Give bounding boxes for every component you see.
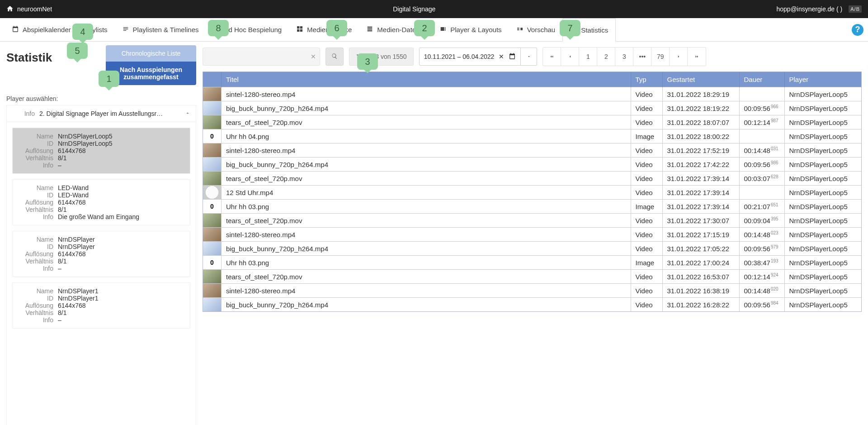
tab-label: Player & Layouts: [450, 26, 501, 33]
cell-duration: [739, 129, 784, 143]
pager-page[interactable]: 79: [651, 48, 670, 66]
cell-typ: Video: [631, 172, 662, 186]
tab-playlisten-timelines[interactable]: Playlisten & Timelines: [115, 18, 206, 42]
view-chronological-button[interactable]: Chronologische Liste: [106, 45, 196, 62]
tab-medien-bl-cke[interactable]: Medien-Blöcke: [289, 18, 359, 42]
cell-title: 12 Std Uhr.mp4: [222, 186, 631, 200]
date-range-dropdown[interactable]: [521, 48, 537, 66]
cell-typ: Image: [631, 256, 662, 270]
cell-typ: Image: [631, 129, 662, 143]
cell-duration: 00:09:56979: [739, 242, 784, 256]
table-row[interactable]: sintel-1280-stereo.mp4Video31.01.2022 17…: [203, 228, 861, 242]
player-field-value: 6144x768: [58, 302, 184, 309]
cell-player: NrnDSPlayerLoop5: [784, 284, 861, 298]
cell-title: tears_of_steel_720p.mov: [222, 270, 631, 284]
player-card[interactable]: NameNrnDSPlayerLoop5IDNrnDSPlayerLoop5Au…: [12, 128, 190, 174]
cell-title: big_buck_bunny_720p_h264.mp4: [222, 298, 631, 312]
table-row[interactable]: tears_of_steel_720p.movVideo31.01.2022 1…: [203, 270, 861, 284]
player-field-label: ID: [19, 295, 58, 302]
player-field-value: NrnDSPlayer: [58, 243, 184, 250]
cell-title: Uhr hh 03.png: [222, 200, 631, 214]
info-text: 2. Digital Signage Player im Ausstellung…: [39, 110, 180, 117]
player-field-label: Auflösung: [19, 147, 58, 154]
cell-title: sintel-1280-stereo.mp4: [222, 284, 631, 298]
pager-page[interactable]: 1: [579, 48, 597, 66]
th-title[interactable]: Titel: [222, 72, 631, 87]
th-started[interactable]: Gestartet: [662, 72, 739, 87]
table-toolbar: ✕ 1258 von 1550 10.11.2021 – 06.04.2022 …: [203, 47, 862, 66]
cell-typ: Video: [631, 298, 662, 312]
player-field-label: Info: [19, 316, 58, 324]
table-row[interactable]: sintel-1280-stereo.mp4Video31.01.2022 16…: [203, 284, 861, 298]
cell-player: NrnDSPlayerLoop5: [784, 214, 861, 228]
tab-vorschau[interactable]: Vorschau: [509, 18, 563, 42]
cell-thumb: [203, 214, 222, 228]
player-card[interactable]: NameNrnDSPlayer1IDNrnDSPlayer1Auflösung6…: [12, 282, 190, 329]
caret-down-icon: [527, 53, 531, 60]
table-row[interactable]: 0Uhr hh 03.pngImage31.01.2022 17:00:2400…: [203, 256, 861, 270]
pager-page[interactable]: 3: [615, 48, 633, 66]
tab-player-layouts[interactable]: Player & Layouts: [432, 18, 509, 42]
cell-title: tears_of_steel_720p.mov: [222, 214, 631, 228]
cell-thumb: 0: [203, 200, 222, 214]
th-duration[interactable]: Dauer: [739, 72, 784, 87]
player-field-label: Name: [19, 184, 58, 191]
pager-prev-icon: [568, 53, 572, 60]
brand[interactable]: neuroomNet: [6, 5, 52, 14]
table-row[interactable]: 0Uhr hh 03.pngImage31.01.2022 17:39:1400…: [203, 200, 861, 214]
cell-duration: 00:14:48031: [739, 143, 784, 158]
player-field-label: Info: [19, 265, 58, 272]
tab-label: Ad Hoc Bespielung: [224, 26, 282, 33]
pager-first[interactable]: [543, 48, 561, 66]
th-typ[interactable]: Typ: [631, 72, 662, 87]
cell-thumb: [203, 87, 222, 101]
tab-icon: [366, 25, 373, 34]
player-field-value: LED-Wand: [58, 184, 184, 191]
player-list-scroll[interactable]: Info 2. Digital Signage Player im Ausste…: [6, 105, 196, 425]
clear-search-icon[interactable]: ✕: [307, 53, 320, 60]
table-row[interactable]: 0Uhr hh 04.pngImage31.01.2022 18:00:22Nr…: [203, 129, 861, 143]
page-title: Statistik: [6, 51, 52, 65]
table-row[interactable]: big_buck_bunny_720p_h264.mp4Video31.01.2…: [203, 101, 861, 115]
tab-label: Abspielkalender für Playlists: [23, 26, 108, 33]
table-row[interactable]: big_buck_bunny_720p_h264.mp4Video31.01.2…: [203, 158, 861, 172]
callout-7: 7: [560, 20, 580, 36]
pager-prev[interactable]: [561, 48, 579, 66]
pager-next[interactable]: [670, 48, 688, 66]
user-label[interactable]: hopp@insynergie.de ( ): [777, 5, 843, 13]
cell-thumb: 0: [203, 256, 222, 270]
table-row[interactable]: tears_of_steel_720p.movVideo31.01.2022 1…: [203, 214, 861, 228]
search-button[interactable]: [326, 48, 344, 66]
language-badge[interactable]: A/B: [849, 5, 862, 13]
cell-title: big_buck_bunny_720p_h264.mp4: [222, 101, 631, 115]
cell-typ: Video: [631, 214, 662, 228]
pager-page[interactable]: 2: [597, 48, 615, 66]
player-context-info[interactable]: Info 2. Digital Signage Player im Ausste…: [7, 105, 196, 122]
player-card[interactable]: NameLED-WandIDLED-WandAuflösung6144x768V…: [12, 179, 190, 225]
pager-last[interactable]: [688, 48, 706, 66]
cell-title: Uhr hh 03.png: [222, 256, 631, 270]
cell-typ: Video: [631, 158, 662, 172]
table-row[interactable]: sintel-1280-stereo.mp4Video31.01.2022 18…: [203, 87, 861, 101]
date-range-box[interactable]: 10.11.2021 – 06.04.2022 ✕: [419, 48, 521, 66]
table-row[interactable]: sintel-1280-stereo.mp4Video31.01.2022 17…: [203, 143, 861, 158]
search-input[interactable]: [203, 53, 307, 60]
clear-date-icon[interactable]: ✕: [499, 53, 504, 60]
table-row[interactable]: tears_of_steel_720p.movVideo31.01.2022 1…: [203, 115, 861, 129]
view-grouped-button[interactable]: Nach Ausspielungen zusammengefasst: [106, 62, 196, 85]
table-row[interactable]: big_buck_bunny_720p_h264.mp4Video31.01.2…: [203, 242, 861, 256]
th-player[interactable]: Player: [784, 72, 861, 87]
table-row[interactable]: 12 Std Uhr.mp4Video31.01.2022 17:39:14Nr…: [203, 186, 861, 200]
pager-page[interactable]: •••: [633, 48, 651, 66]
table-row[interactable]: tears_of_steel_720p.movVideo31.01.2022 1…: [203, 172, 861, 186]
cell-player: NrnDSPlayerLoop5: [784, 298, 861, 312]
cell-thumb: [203, 101, 222, 115]
cell-thumb: [203, 284, 222, 298]
help-icon[interactable]: ?: [852, 24, 863, 36]
player-card[interactable]: NameNrnDSPlayerIDNrnDSPlayerAuflösung614…: [12, 231, 190, 277]
player-field-value: 6144x768: [58, 199, 184, 206]
tab-abspielkalender-f-r-playlists[interactable]: Abspielkalender für Playlists: [5, 18, 115, 42]
chevron-up-icon: [185, 110, 190, 117]
cell-player: NrnDSPlayerLoop5: [784, 129, 861, 143]
table-row[interactable]: big_buck_bunny_720p_h264.mp4Video31.01.2…: [203, 298, 861, 312]
